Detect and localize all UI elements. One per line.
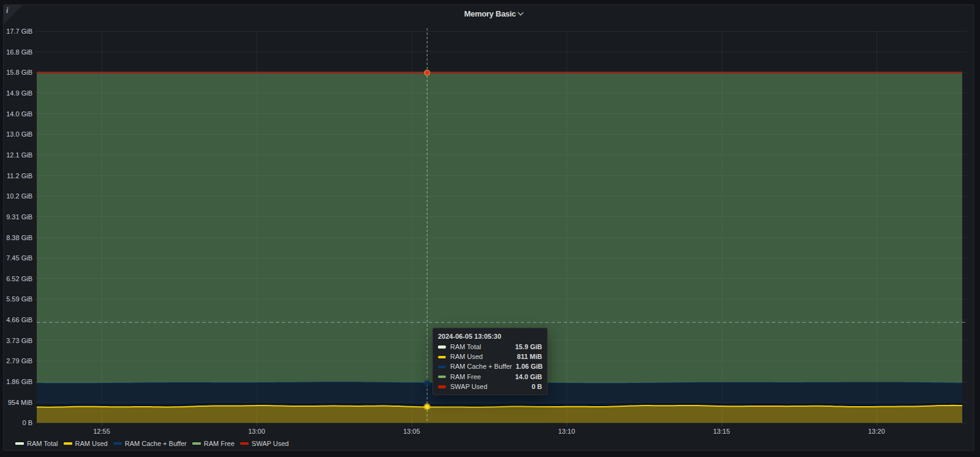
- svg-text:6.52 GiB: 6.52 GiB: [6, 275, 32, 282]
- svg-text:13:20: 13:20: [868, 428, 885, 435]
- svg-text:12.1 GiB: 12.1 GiB: [6, 151, 32, 159]
- svg-text:15.8 GiB: 15.8 GiB: [6, 69, 32, 76]
- svg-text:5.59 GiB: 5.59 GiB: [6, 295, 32, 303]
- svg-text:13:10: 13:10: [558, 428, 575, 435]
- svg-text:3.73 GiB: 3.73 GiB: [6, 337, 32, 344]
- svg-text:14.0 GiB: 14.0 GiB: [6, 110, 32, 118]
- svg-text:13:05: 13:05: [403, 428, 420, 435]
- svg-text:12:55: 12:55: [93, 428, 110, 435]
- svg-text:13:00: 13:00: [248, 428, 265, 435]
- svg-text:954 MiB: 954 MiB: [8, 399, 32, 406]
- svg-text:9.31 GiB: 9.31 GiB: [6, 213, 32, 221]
- svg-text:13.0 GiB: 13.0 GiB: [6, 130, 32, 138]
- svg-text:2.79 GiB: 2.79 GiB: [6, 357, 32, 364]
- svg-text:14.9 GiB: 14.9 GiB: [6, 89, 32, 97]
- svg-text:8.38 GiB: 8.38 GiB: [6, 234, 32, 241]
- svg-text:7.45 GiB: 7.45 GiB: [6, 254, 32, 262]
- svg-text:13:15: 13:15: [713, 428, 730, 435]
- svg-text:17.7 GiB: 17.7 GiB: [6, 28, 32, 35]
- svg-text:4.66 GiB: 4.66 GiB: [6, 316, 32, 323]
- svg-text:10.2 GiB: 10.2 GiB: [6, 192, 32, 200]
- svg-text:11.2 GiB: 11.2 GiB: [7, 172, 32, 179]
- svg-text:1.86 GiB: 1.86 GiB: [6, 378, 32, 385]
- svg-text:0 B: 0 B: [22, 419, 32, 426]
- svg-text:16.8 GiB: 16.8 GiB: [6, 48, 32, 56]
